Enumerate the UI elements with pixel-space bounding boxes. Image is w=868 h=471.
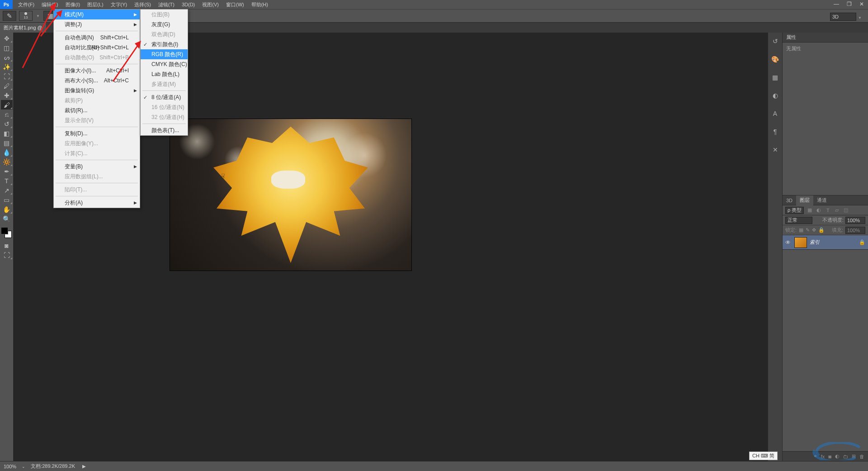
- menu-view[interactable]: 视图(V): [198, 0, 222, 9]
- document-tab[interactable]: 图片素材1.png @: [0, 23, 46, 33]
- layer-filter-select[interactable]: ρ 类型: [785, 207, 804, 214]
- menu-image[interactable]: 图像(I): [62, 0, 84, 9]
- eraser-tool[interactable]: ◧: [1, 128, 13, 138]
- screenmode-tool[interactable]: ⛶: [1, 250, 13, 260]
- color-swatches[interactable]: [1, 227, 13, 241]
- layer-row[interactable]: 👁 索引 🔒: [783, 235, 868, 250]
- zoom-tool[interactable]: 🔍: [1, 214, 13, 224]
- crop-tool[interactable]: ⛶: [1, 71, 13, 81]
- lasso-tool[interactable]: ᔕ: [1, 52, 13, 62]
- toolbox: ✥ ◫ ᔕ ✨ ⛶ 🖊 ✚ 🖌 ⎌ ↺ ◧ ▤ 💧 🔆 ✒ T ↗ ▭ ✋ 🔍 …: [0, 33, 14, 461]
- filter-type-icon[interactable]: T: [825, 207, 831, 214]
- lock-position-icon[interactable]: ✥: [812, 227, 816, 233]
- blend-mode-select[interactable]: 正常: [785, 217, 812, 224]
- menu-select[interactable]: 选择(S): [131, 0, 155, 9]
- menu-variables[interactable]: 变量(B)▶: [54, 162, 140, 171]
- styles-panel-icon[interactable]: A: [770, 109, 780, 119]
- brush-preview[interactable]: 13: [19, 11, 33, 21]
- menu-reveal-all: 显示全部(V): [54, 115, 140, 125]
- pen-tool[interactable]: ✒: [1, 167, 13, 176]
- menu-apply-image: 应用图像(Y)...: [54, 138, 140, 148]
- history-panel-icon[interactable]: ↺: [770, 36, 780, 46]
- menu-analysis[interactable]: 分析(A)▶: [54, 198, 140, 208]
- shape-tool[interactable]: ▭: [1, 195, 13, 205]
- ime-indicator[interactable]: CH ⌨ 简: [749, 452, 778, 460]
- menu-auto-contrast[interactable]: 自动对比度(U)Alt+Shift+Ctrl+L: [54, 43, 140, 52]
- lock-icon[interactable]: 🔒: [818, 227, 825, 233]
- app-logo: Ps: [0, 0, 13, 9]
- menu-help[interactable]: 帮助(H): [248, 0, 272, 9]
- color-panel-icon[interactable]: 🎨: [770, 54, 780, 64]
- lock-label: 锁定:: [785, 227, 797, 233]
- marquee-tool[interactable]: ◫: [1, 43, 13, 52]
- filter-smart-icon[interactable]: ◫: [843, 207, 849, 214]
- hand-tool[interactable]: ✋: [1, 205, 13, 214]
- dodge-tool[interactable]: 🔆: [1, 157, 13, 167]
- mode-indexed[interactable]: ✓索引颜色(I): [141, 39, 188, 49]
- blur-tool[interactable]: 💧: [1, 147, 13, 157]
- filter-adjust-icon[interactable]: ◐: [816, 207, 822, 214]
- foreground-swatch[interactable]: [1, 227, 8, 234]
- lock-pixel-icon[interactable]: ✎: [806, 227, 810, 233]
- heal-tool[interactable]: ✚: [1, 90, 13, 100]
- tool-preset-icon[interactable]: ✎: [3, 11, 16, 21]
- history-brush-tool[interactable]: ↺: [1, 119, 13, 128]
- close-button[interactable]: ✕: [855, 0, 868, 8]
- menu-3d[interactable]: 3D(D): [178, 0, 198, 9]
- paragraph-panel-icon[interactable]: ¶: [770, 127, 780, 137]
- channels-panel-tab[interactable]: 通道: [813, 195, 830, 205]
- brush-dropdown-icon[interactable]: ▼: [35, 11, 41, 21]
- mode-colortable[interactable]: 颜色表(T)...: [141, 125, 188, 135]
- stamp-tool[interactable]: ⎌: [1, 109, 13, 119]
- mode-32bit: 32 位/通道(H): [141, 112, 188, 122]
- menu-layer[interactable]: 图层(L): [84, 0, 107, 9]
- status-zoom[interactable]: 100%: [4, 464, 16, 469]
- menu-duplicate[interactable]: 复制(D)...: [54, 128, 140, 138]
- properties-panel-tab[interactable]: 属性: [783, 33, 868, 43]
- swatches-panel-icon[interactable]: ▦: [770, 72, 780, 82]
- move-tool[interactable]: ✥: [1, 33, 13, 43]
- brush-tool[interactable]: 🖌: [1, 100, 13, 109]
- opacity-label: 不透明度:: [822, 217, 844, 224]
- eyedropper-tool[interactable]: 🖊: [1, 81, 13, 90]
- brush-dot-icon: [24, 12, 27, 15]
- path-tool[interactable]: ↗: [1, 186, 13, 195]
- brush-size-label: 13: [24, 15, 28, 19]
- status-chevron-icon[interactable]: ⌄: [22, 464, 25, 469]
- mode-8bit[interactable]: ✓8 位/通道(A): [141, 92, 188, 102]
- annotation-arrow-3: [113, 54, 149, 92]
- menu-edit[interactable]: 编辑(E): [38, 0, 62, 9]
- layer-visibility-icon[interactable]: 👁: [785, 239, 792, 246]
- menu-file[interactable]: 文件(F): [14, 0, 38, 9]
- fill-label: 填充:: [832, 227, 843, 233]
- mode-grayscale[interactable]: 灰度(G): [141, 19, 188, 29]
- type-tool[interactable]: T: [1, 176, 13, 186]
- layer-name-label[interactable]: 索引: [810, 239, 856, 246]
- menu-filter[interactable]: 滤镜(T): [155, 0, 178, 9]
- status-arrow-icon[interactable]: ▶: [82, 464, 86, 469]
- 3d-panel-tab[interactable]: 3D: [783, 195, 796, 205]
- menu-trim[interactable]: 裁切(R)...: [54, 105, 140, 115]
- filter-pixel-icon[interactable]: ▦: [807, 207, 813, 214]
- filter-shape-icon[interactable]: ▱: [834, 207, 840, 214]
- layer-lock-icon: 🔒: [859, 239, 865, 245]
- gradient-tool[interactable]: ▤: [1, 138, 13, 147]
- document-canvas[interactable]: ☟: [170, 119, 412, 271]
- maximize-button[interactable]: ❐: [843, 0, 855, 8]
- 3d-mode-select[interactable]: 3D: [830, 13, 856, 21]
- 3d-dropdown-icon[interactable]: ▼: [857, 13, 863, 23]
- lock-all-icon[interactable]: ▦: [799, 227, 803, 233]
- info-panel-icon[interactable]: ✕: [770, 145, 780, 155]
- minimize-button[interactable]: —: [830, 0, 843, 8]
- quickmask-tool[interactable]: ◙: [1, 241, 13, 250]
- layer-thumbnail[interactable]: [794, 237, 807, 248]
- wand-tool[interactable]: ✨: [1, 62, 13, 71]
- adjustments-panel-icon[interactable]: ◐: [770, 90, 780, 100]
- fill-field[interactable]: 100%: [845, 227, 865, 234]
- collapsed-panel-strip: ↺ 🎨 ▦ ◐ A ¶ ✕: [768, 33, 782, 461]
- opacity-field[interactable]: 100%: [845, 217, 865, 224]
- annotation-arrow-2: [41, 14, 68, 43]
- menu-type[interactable]: 文字(Y): [107, 0, 131, 9]
- layers-panel-tab[interactable]: 图层: [796, 195, 813, 205]
- menu-window[interactable]: 窗口(W): [222, 0, 248, 9]
